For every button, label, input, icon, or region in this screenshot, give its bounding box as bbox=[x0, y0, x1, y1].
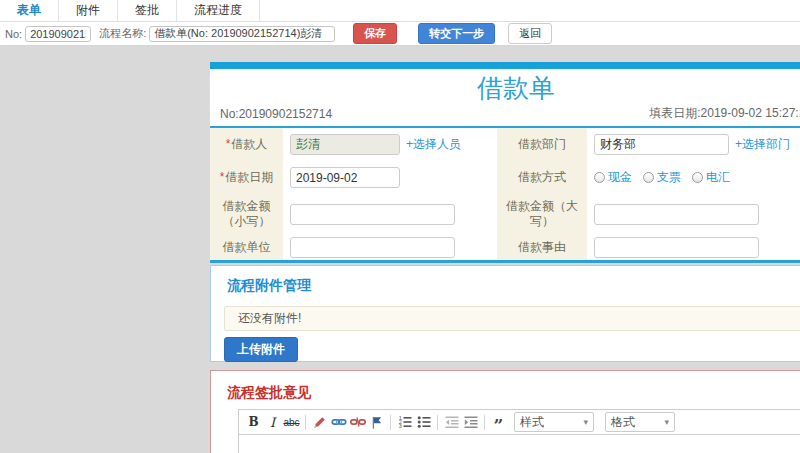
save-button[interactable]: 保存 bbox=[353, 23, 397, 44]
no-input[interactable] bbox=[25, 26, 91, 42]
method-option-wire[interactable]: 电汇 bbox=[692, 169, 730, 186]
method-option-cheque[interactable]: 支票 bbox=[643, 169, 681, 186]
form-number: No:20190902152714 bbox=[220, 107, 332, 121]
borrower-input[interactable] bbox=[290, 134, 400, 155]
select-person-link[interactable]: +选择人员 bbox=[406, 136, 461, 153]
strikethrough-button[interactable]: abc bbox=[282, 413, 301, 432]
loan-method-field-cell: 现金 支票 电汇 bbox=[587, 161, 800, 194]
select-department-link[interactable]: +选择部门 bbox=[735, 136, 790, 153]
ordered-list-button[interactable]: 123 bbox=[395, 413, 414, 432]
department-field-cell: +选择部门 bbox=[587, 128, 800, 161]
forward-next-step-button[interactable]: 转交下一步 bbox=[418, 23, 495, 44]
tab-bar: 表单 附件 签批 流程进度 bbox=[0, 0, 800, 22]
flow-name-input[interactable] bbox=[149, 26, 335, 42]
method-option-cash[interactable]: 现金 bbox=[594, 169, 632, 186]
format-dropdown[interactable]: 格式 ▾ bbox=[605, 412, 675, 432]
radio-icon[interactable] bbox=[643, 172, 654, 183]
form-title: 借款单 bbox=[210, 69, 800, 102]
amount-big-field-cell bbox=[587, 194, 800, 234]
tab-form[interactable]: 表单 bbox=[0, 0, 59, 21]
toolbar: No: 流程名称: 保存 转交下一步 返回 bbox=[0, 22, 800, 46]
remove-format-button[interactable] bbox=[310, 413, 329, 432]
editor-toolbar: B I abc 123 bbox=[238, 409, 800, 435]
anchor-flag-button[interactable] bbox=[367, 413, 386, 432]
indent-button[interactable] bbox=[461, 413, 480, 432]
radio-icon[interactable] bbox=[594, 172, 605, 183]
no-attachments-message: 还没有附件! bbox=[224, 306, 800, 331]
form-meta-row: No:20190902152714 填表日期:2019-09-02 15:27:… bbox=[210, 102, 800, 126]
tab-signoff[interactable]: 签批 bbox=[118, 0, 177, 21]
department-input[interactable] bbox=[594, 134, 729, 155]
svg-text:3: 3 bbox=[398, 423, 401, 429]
divider-line bbox=[210, 260, 800, 263]
richtext-editor: B I abc 123 bbox=[238, 409, 800, 453]
loan-reason-field-cell bbox=[587, 234, 800, 260]
tab-flow-progress[interactable]: 流程进度 bbox=[177, 0, 260, 21]
unlink-button[interactable] bbox=[348, 413, 367, 432]
back-button[interactable]: 返回 bbox=[508, 23, 552, 44]
attachments-heading: 流程附件管理 bbox=[227, 277, 800, 295]
loan-unit-label: 借款单位 bbox=[210, 234, 283, 260]
required-mark: * bbox=[226, 137, 231, 151]
loan-date-label: *借款日期 bbox=[210, 161, 283, 194]
loan-unit-field-cell bbox=[283, 234, 497, 260]
department-label: 借款部门 bbox=[497, 128, 587, 161]
required-mark: * bbox=[220, 170, 225, 184]
loan-reason-input[interactable] bbox=[594, 237, 759, 258]
amount-small-label: 借款金额（小写） bbox=[210, 194, 283, 234]
amount-small-field-cell bbox=[283, 194, 497, 234]
content-area: 借款单 No:20190902152714 填表日期:2019-09-02 15… bbox=[0, 46, 800, 453]
bold-button[interactable]: B bbox=[244, 413, 263, 432]
no-label: No: bbox=[5, 28, 22, 40]
amount-big-input[interactable] bbox=[594, 204, 759, 225]
upload-attachment-button[interactable]: 上传附件 bbox=[224, 337, 298, 362]
red-pen-icon bbox=[312, 415, 327, 430]
blockquote-button[interactable]: ” bbox=[489, 413, 508, 432]
tab-attachments[interactable]: 附件 bbox=[59, 0, 118, 21]
loan-method-label: 借款方式 bbox=[497, 161, 587, 194]
attachments-panel: 流程附件管理 还没有附件! 上传附件 bbox=[210, 265, 800, 362]
toolbar-separator bbox=[305, 415, 306, 430]
flag-icon bbox=[369, 415, 384, 430]
unordered-list-button[interactable] bbox=[414, 413, 433, 432]
radio-icon[interactable] bbox=[692, 172, 703, 183]
ordered-list-icon: 123 bbox=[397, 414, 413, 430]
unordered-list-icon bbox=[416, 414, 432, 430]
amount-big-label: 借款金额（大写） bbox=[497, 194, 587, 234]
link-button[interactable] bbox=[329, 413, 348, 432]
loan-unit-input[interactable] bbox=[290, 237, 455, 258]
panel-top-bar bbox=[210, 62, 800, 69]
loan-reason-label: 借款事由 bbox=[497, 234, 587, 260]
chevron-down-icon: ▾ bbox=[583, 417, 588, 427]
unlink-icon bbox=[350, 414, 366, 430]
indent-icon bbox=[463, 414, 479, 430]
link-icon bbox=[331, 414, 347, 430]
signoff-heading: 流程签批意见 bbox=[227, 384, 800, 402]
borrower-field-cell: +选择人员 bbox=[283, 128, 497, 161]
loan-form-panel: 借款单 No:20190902152714 填表日期:2019-09-02 15… bbox=[210, 62, 800, 263]
borrower-label: *借款人 bbox=[210, 128, 283, 161]
signoff-panel: 流程签批意见 B I abc bbox=[210, 370, 800, 453]
form-grid: *借款人 +选择人员 借款部门 +选择部门 *借款日期 借款方式 bbox=[210, 128, 800, 260]
loan-date-input[interactable] bbox=[290, 167, 400, 188]
editor-content-area[interactable] bbox=[238, 435, 800, 453]
flow-name-label: 流程名称: bbox=[99, 26, 146, 41]
italic-button[interactable]: I bbox=[263, 413, 282, 432]
loan-date-field-cell bbox=[283, 161, 497, 194]
toolbar-separator bbox=[484, 415, 485, 430]
toolbar-separator bbox=[437, 415, 438, 430]
toolbar-separator bbox=[390, 415, 391, 430]
outdent-button[interactable] bbox=[442, 413, 461, 432]
form-fill-date: 填表日期:2019-09-02 15:27:14 bbox=[649, 105, 800, 122]
outdent-icon bbox=[444, 414, 460, 430]
styles-dropdown[interactable]: 样式 ▾ bbox=[514, 412, 594, 432]
chevron-down-icon: ▾ bbox=[664, 417, 669, 427]
amount-small-input[interactable] bbox=[290, 204, 455, 225]
